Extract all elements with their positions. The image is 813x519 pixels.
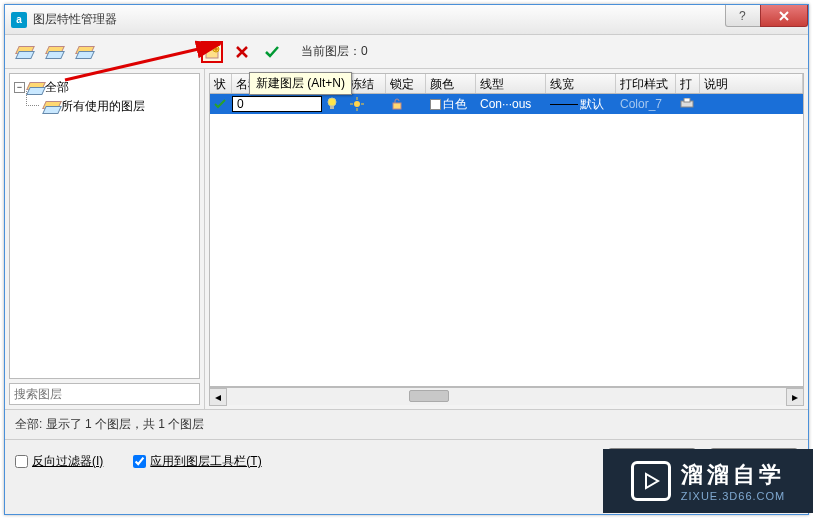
tree-root-label: 全部 — [45, 79, 69, 96]
col-lock[interactable]: 锁定 — [386, 74, 426, 93]
set-current-button[interactable] — [261, 41, 283, 63]
tree-child-label: 所有使用的图层 — [61, 98, 145, 115]
status-bar: 全部: 显示了 1 个图层，共 1 个图层 — [5, 409, 808, 439]
apply-toolbar-input[interactable] — [133, 455, 146, 468]
col-status[interactable]: 状 — [210, 74, 232, 93]
scroll-right-icon[interactable]: ▸ — [786, 388, 804, 406]
tree-root[interactable]: − 全部 — [14, 78, 195, 97]
right-panel: 状 名称 开 冻结 锁定 颜色 线型 线宽 打印样式 打 说明 0 — [205, 69, 808, 409]
col-desc[interactable]: 说明 — [700, 74, 803, 93]
new-layer-button[interactable] — [201, 41, 223, 63]
bulb-on-icon — [326, 97, 338, 111]
tooltip-new-layer: 新建图层 (Alt+N) — [249, 72, 352, 95]
svg-rect-4 — [330, 106, 334, 109]
help-button[interactable]: ? — [725, 5, 761, 27]
printer-icon — [680, 98, 694, 110]
cell-name[interactable]: 0 — [232, 96, 322, 112]
tree-child[interactable]: 所有使用的图层 — [14, 97, 195, 116]
svg-point-3 — [328, 98, 336, 106]
titlebar[interactable]: a 图层特性管理器 ? — [5, 5, 808, 35]
svg-rect-10 — [393, 103, 401, 109]
cell-on[interactable] — [322, 97, 346, 111]
cell-plotstyle[interactable]: Color_7 — [616, 97, 676, 111]
watermark-url: ZIXUE.3D66.COM — [681, 490, 785, 502]
close-button[interactable] — [760, 5, 808, 27]
apply-toolbar-checkbox[interactable]: 应用到图层工具栏(T) — [133, 453, 261, 470]
watermark-logo-icon — [631, 461, 671, 501]
current-layer-label: 当前图层：0 — [301, 43, 368, 60]
window-title: 图层特性管理器 — [33, 11, 726, 28]
horizontal-scrollbar[interactable]: ◂ ▸ — [209, 387, 804, 405]
delete-layer-button[interactable] — [231, 41, 253, 63]
cell-freeze[interactable] — [346, 97, 386, 111]
main-toolbar: 当前图层：0 — [5, 35, 808, 69]
cell-linetype[interactable]: Con···ous — [476, 97, 546, 111]
invert-filter-checkbox[interactable]: 反向过滤器(I) — [15, 453, 103, 470]
filter-tree[interactable]: − 全部 所有使用的图层 — [9, 73, 200, 379]
cell-color[interactable]: 白色 — [426, 96, 476, 113]
col-color[interactable]: 颜色 — [426, 74, 476, 93]
search-input[interactable] — [9, 383, 200, 405]
layer-grid[interactable]: 状 名称 开 冻结 锁定 颜色 线型 线宽 打印样式 打 说明 0 — [209, 73, 804, 387]
col-plotstyle[interactable]: 打印样式 — [616, 74, 676, 93]
cell-lock[interactable] — [386, 97, 426, 111]
col-lineweight[interactable]: 线宽 — [546, 74, 616, 93]
new-filter-icon[interactable] — [13, 41, 35, 63]
svg-rect-12 — [684, 98, 690, 102]
unlock-icon — [390, 97, 404, 111]
col-plot[interactable]: 打 — [676, 74, 700, 93]
left-panel: − 全部 所有使用的图层 — [5, 69, 205, 409]
collapse-icon[interactable]: − — [14, 82, 25, 93]
app-icon: a — [11, 12, 27, 28]
table-row[interactable]: 0 白色 Con···ous — [210, 94, 803, 114]
col-linetype[interactable]: 线型 — [476, 74, 546, 93]
sun-icon — [350, 97, 364, 111]
color-swatch — [430, 99, 441, 110]
svg-point-5 — [354, 101, 360, 107]
lineweight-preview — [550, 104, 578, 105]
watermark: 溜溜自学 ZIXUE.3D66.COM — [603, 449, 813, 513]
new-group-filter-icon[interactable] — [43, 41, 65, 63]
cell-lineweight[interactable]: 默认 — [546, 96, 616, 113]
invert-filter-input[interactable] — [15, 455, 28, 468]
watermark-text: 溜溜自学 — [681, 460, 785, 490]
scroll-thumb[interactable] — [409, 390, 449, 402]
cell-plot[interactable] — [676, 98, 700, 110]
svg-text:?: ? — [739, 10, 746, 22]
layer-states-icon[interactable] — [73, 41, 95, 63]
layer-manager-window: a 图层特性管理器 ? 当前图层：0 新建图层 (Alt+N) — [4, 4, 809, 515]
cell-status[interactable] — [210, 98, 232, 110]
layers-icon — [44, 101, 58, 113]
scroll-left-icon[interactable]: ◂ — [209, 388, 227, 406]
search-wrap — [9, 383, 200, 405]
